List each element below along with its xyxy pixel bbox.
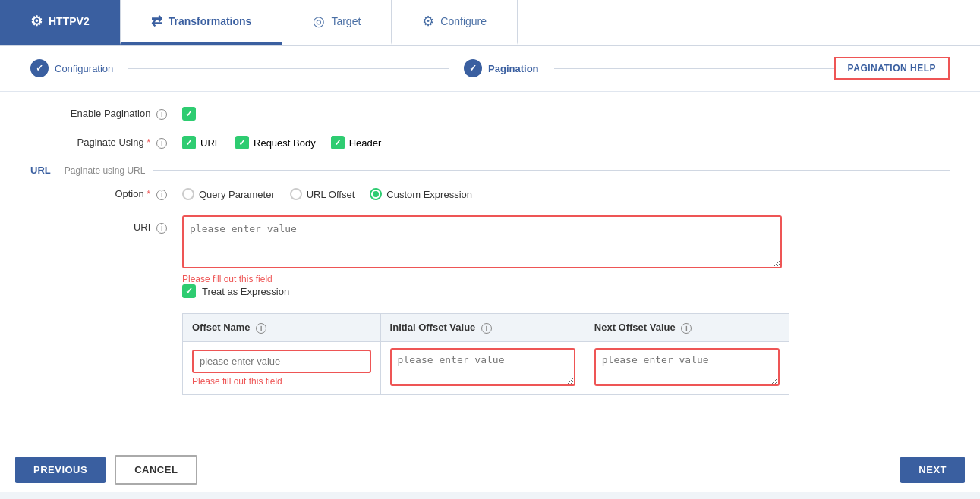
tab-configure-label: Configure bbox=[440, 15, 487, 27]
initial-offset-info-icon[interactable]: i bbox=[481, 323, 492, 334]
next-offset-header: Next Offset Value i bbox=[585, 314, 789, 342]
offset-table-header-row: Offset Name i Initial Offset Value i Nex… bbox=[183, 314, 789, 342]
main-content: Enable Pagination i Paginate Using * i U… bbox=[0, 92, 980, 447]
option-custom-expression[interactable]: Custom Expression bbox=[370, 188, 472, 200]
url-section-separator: URL Paginate using URL bbox=[30, 165, 950, 176]
option-query-parameter[interactable]: Query Parameter bbox=[182, 188, 275, 200]
uri-error: Please fill out this field bbox=[182, 274, 950, 284]
paginate-url-checkbox[interactable] bbox=[182, 136, 196, 149]
next-button[interactable]: NEXT bbox=[900, 457, 965, 483]
next-offset-input[interactable] bbox=[594, 348, 780, 386]
target-icon: ◎ bbox=[313, 13, 325, 30]
offset-name-cell: Please fill out this field bbox=[183, 341, 381, 394]
tab-httpv2-label: HTTPV2 bbox=[49, 15, 90, 27]
tab-target[interactable]: ◎ Target bbox=[282, 0, 392, 45]
offset-table: Offset Name i Initial Offset Value i Nex… bbox=[182, 313, 789, 395]
url-section-label: URL bbox=[30, 165, 51, 176]
uri-info-icon[interactable]: i bbox=[156, 223, 167, 234]
step-line-1 bbox=[128, 68, 449, 69]
step-configuration-label: Configuration bbox=[55, 63, 113, 74]
step-pagination[interactable]: ✓ Pagination bbox=[464, 59, 538, 77]
bottom-bar: PREVIOUS CANCEL NEXT bbox=[0, 447, 980, 492]
tab-transformations-label: Transformations bbox=[169, 15, 252, 27]
cancel-button[interactable]: CANCEL bbox=[115, 455, 197, 485]
transformations-icon: ⇄ bbox=[151, 13, 162, 30]
tab-configure[interactable]: ⚙ Configure bbox=[392, 0, 518, 45]
offset-name-info-icon[interactable]: i bbox=[256, 323, 266, 334]
httpv2-icon: ⚙ bbox=[30, 13, 43, 30]
paginate-using-label: Paginate Using * i bbox=[30, 137, 182, 149]
treat-as-expression-label: Treat as Expression bbox=[202, 286, 289, 297]
offset-name-input[interactable] bbox=[192, 350, 371, 373]
option-row: Option * i Query Parameter URL Offset Cu… bbox=[30, 188, 950, 200]
initial-offset-input[interactable] bbox=[390, 348, 575, 386]
paginate-using-row: Paginate Using * i URL Request Body Head… bbox=[30, 136, 950, 149]
step-line-2 bbox=[554, 68, 874, 69]
uri-field-container: Please fill out this field Treat as Expr… bbox=[182, 215, 950, 298]
paginate-using-options: URL Request Body Header bbox=[182, 136, 381, 149]
option-url-offset[interactable]: URL Offset bbox=[290, 188, 355, 200]
step-pagination-label: Pagination bbox=[488, 63, 538, 74]
treat-as-expression-container: Treat as Expression bbox=[182, 284, 950, 298]
option-label: Option * i bbox=[30, 188, 182, 200]
initial-offset-header: Initial Offset Value i bbox=[380, 314, 585, 342]
step-configuration-circle: ✓ bbox=[30, 59, 49, 77]
option-radio-group: Query Parameter URL Offset Custom Expres… bbox=[182, 188, 472, 200]
uri-textarea[interactable] bbox=[182, 215, 782, 268]
enable-pagination-checkbox[interactable] bbox=[182, 107, 196, 121]
tab-transformations[interactable]: ⇄ Transformations bbox=[121, 0, 283, 45]
paginate-request-body-checkbox[interactable] bbox=[235, 136, 249, 149]
tab-target-label: Target bbox=[331, 15, 361, 27]
paginate-request-body-option[interactable]: Request Body bbox=[235, 136, 316, 149]
configure-icon: ⚙ bbox=[422, 13, 434, 30]
radio-custom-expression[interactable] bbox=[370, 188, 382, 200]
paginate-header-option[interactable]: Header bbox=[331, 136, 382, 149]
url-separator-line bbox=[153, 170, 950, 171]
treat-as-expression-checkbox[interactable] bbox=[182, 284, 196, 298]
step-pagination-circle: ✓ bbox=[464, 59, 482, 77]
top-navigation: ⚙ HTTPV2 ⇄ Transformations ◎ Target ⚙ Co… bbox=[0, 0, 980, 46]
enable-pagination-label: Enable Pagination i bbox=[30, 108, 182, 120]
enable-pagination-row: Enable Pagination i bbox=[30, 107, 950, 121]
wizard-steps: ✓ Configuration ✓ Pagination 3 Schema PA… bbox=[0, 46, 980, 92]
initial-offset-cell bbox=[380, 341, 585, 394]
radio-query-parameter[interactable] bbox=[182, 188, 194, 200]
pagination-help-button[interactable]: PAGINATION HELP bbox=[834, 57, 950, 80]
step-configuration[interactable]: ✓ Configuration bbox=[30, 59, 113, 77]
paginate-url-option[interactable]: URL bbox=[182, 136, 220, 149]
offset-name-header: Offset Name i bbox=[183, 314, 381, 342]
option-info-icon[interactable]: i bbox=[156, 190, 167, 200]
offset-name-error: Please fill out this field bbox=[192, 376, 371, 387]
paginate-header-checkbox[interactable] bbox=[331, 136, 345, 149]
tab-httpv2[interactable]: ⚙ HTTPV2 bbox=[0, 0, 121, 45]
enable-pagination-info-icon[interactable]: i bbox=[156, 109, 167, 120]
url-section-sublabel: Paginate using URL bbox=[65, 165, 146, 176]
next-offset-info-icon[interactable]: i bbox=[681, 323, 692, 334]
next-offset-cell bbox=[585, 341, 789, 394]
previous-button[interactable]: PREVIOUS bbox=[15, 457, 106, 483]
uri-label: URI i bbox=[30, 215, 182, 234]
radio-url-offset[interactable] bbox=[290, 188, 302, 200]
paginate-using-info-icon[interactable]: i bbox=[156, 138, 167, 149]
uri-row: URI i Please fill out this field Treat a… bbox=[30, 215, 950, 298]
offset-table-row: Please fill out this field bbox=[183, 341, 789, 394]
